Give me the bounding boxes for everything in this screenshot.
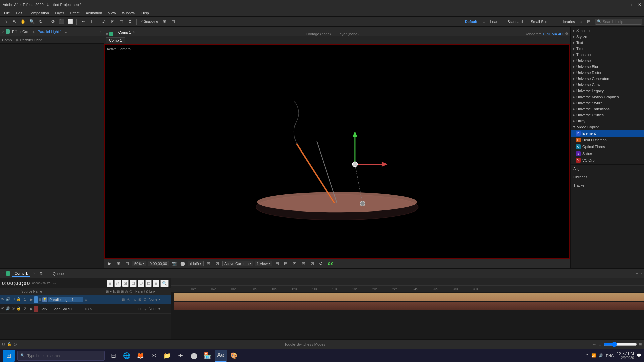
layer2-sw2[interactable]: ◎ — [143, 307, 147, 311]
layer2-sw1[interactable]: ⊟ — [137, 307, 142, 311]
effect-heat-distortion[interactable]: H Heat Distortion — [571, 137, 644, 143]
layer1-expand[interactable]: ▶ — [29, 298, 34, 301]
layer-row-1[interactable]: 👁 🔊 ☉ 🔒 1 ▶ ⊞ 💡 Parallel Light 1 ⊞ — [0, 295, 171, 304]
tl-parent-btn[interactable]: ⊞ — [107, 280, 113, 287]
layer1-vis[interactable]: 👁 — [0, 297, 5, 302]
tl-lock-btn[interactable]: ⊠ — [122, 280, 129, 287]
color-btn[interactable]: ⬤ — [179, 260, 186, 267]
align-label[interactable]: Align — [571, 165, 644, 173]
cat-universe-mg[interactable]: ▶ Universe Motion Graphics — [571, 94, 644, 100]
layer2-bar[interactable] — [174, 302, 644, 310]
taskbar-ae[interactable]: Ae — [215, 350, 227, 362]
search-input[interactable] — [595, 19, 642, 25]
eraser-tool[interactable]: ◻ — [118, 18, 125, 25]
home-btn[interactable]: ⌂ — [2, 18, 9, 25]
menu-window[interactable]: Window — [119, 10, 138, 16]
render-btn[interactable]: ⊟ — [274, 260, 281, 267]
layer2-audio[interactable]: 🔊 — [5, 306, 11, 312]
renderer-btn[interactable]: ⚙ — [565, 32, 568, 36]
workspace-standard[interactable]: Standard — [505, 19, 526, 24]
layer2-lock[interactable]: 🔒 — [16, 306, 21, 312]
layer-row-2[interactable]: 👁 🔊 ☉ 🔒 2 ▶ Dark Li...een Solid 1 ⊞ / fx — [0, 304, 171, 314]
tl-fx-btn[interactable]: fx — [145, 280, 152, 287]
cat-universe-util[interactable]: ▶ Universe Utilities — [571, 112, 644, 118]
workspace-small[interactable]: Small Screen — [528, 19, 555, 24]
layer1-audio[interactable]: 🔊 — [5, 297, 11, 302]
bc-zoom-out[interactable]: ⊟ — [598, 342, 601, 346]
3d-btn[interactable]: ⊡ — [291, 260, 299, 267]
pen-tool[interactable]: ✒ — [79, 18, 87, 25]
tracker-label[interactable]: Tracker — [571, 181, 644, 189]
cat-transition[interactable]: ▶ Transition — [571, 52, 644, 58]
workspace-libraries[interactable]: Libraries — [558, 19, 578, 24]
taskbar-store[interactable]: 🏪 — [201, 350, 213, 362]
taskbar-telegram[interactable]: ✈ — [174, 350, 186, 362]
layer1-sw3[interactable]: fx — [132, 298, 137, 301]
vc-safe-zones[interactable]: ⊞ — [115, 260, 122, 267]
layer1-parent[interactable]: None ▾ — [147, 297, 171, 302]
bc-expand[interactable]: ⊟ — [2, 342, 5, 346]
menu-composition[interactable]: Composition — [26, 10, 52, 16]
layer1-lock[interactable]: 🔒 — [16, 297, 21, 302]
cat-universe-legacy[interactable]: ▶ Universe Legacy — [571, 88, 644, 94]
workspace-settings[interactable]: ⊞ — [585, 18, 592, 25]
bc-solo[interactable]: ◎ — [14, 342, 17, 346]
libraries-label[interactable]: Libraries — [571, 173, 644, 181]
cat-utility[interactable]: ▶ Utility — [571, 118, 644, 124]
effect-controls-close[interactable]: × — [2, 29, 4, 34]
stats-btn[interactable]: ⊟ — [300, 260, 307, 267]
transparency-btn[interactable]: ⊟ — [205, 260, 212, 267]
hand-tool[interactable]: ✋ — [19, 18, 27, 25]
menu-effect[interactable]: Effect — [67, 10, 82, 16]
layer1-sw4[interactable]: ⊠ — [137, 298, 142, 301]
cat-stylize[interactable]: ▶ Stylize — [571, 34, 644, 40]
bc-lock[interactable]: 🔒 — [7, 342, 12, 346]
selection-tool[interactable]: ↖ — [11, 18, 18, 25]
clone-tool[interactable]: ⎘ — [109, 18, 116, 25]
camera-orbit[interactable]: ⟳ — [49, 18, 57, 25]
vc-grid[interactable]: ⊡ — [123, 260, 131, 267]
taskbar-extra[interactable]: 🎨 — [228, 350, 240, 362]
vc-type-btn[interactable]: ▶ — [106, 260, 113, 267]
menu-layer[interactable]: Layer — [52, 10, 67, 16]
workspace-learn[interactable]: Learn — [487, 19, 502, 24]
menu-edit[interactable]: Edit — [13, 10, 25, 16]
zoom-tool[interactable]: 🔍 — [28, 18, 36, 25]
effect-saber[interactable]: S Saber — [571, 150, 644, 157]
snapshot-btn[interactable]: 📷 — [170, 260, 178, 267]
tl-search[interactable]: 🔍 — [160, 280, 169, 287]
layer2-expand[interactable]: ▶ — [29, 307, 34, 311]
panel-expand[interactable]: » — [100, 29, 102, 34]
layer2-solo[interactable]: ☉ — [11, 306, 16, 312]
cat-universe-trans[interactable]: ▶ Universe Transitions — [571, 106, 644, 112]
bc-left[interactable]: ← — [593, 342, 596, 346]
brush-tool[interactable]: 🖌 — [100, 18, 108, 25]
cat-universe-gen[interactable]: ▶ Universe Generators — [571, 76, 644, 82]
layer1-3d[interactable]: ⊞ — [39, 298, 41, 301]
tl-quality-btn[interactable]: ⬡ — [138, 280, 144, 287]
tool3[interactable]: ⬛ — [58, 18, 65, 25]
bc-zoom-slider[interactable] — [603, 342, 637, 347]
comp-tab-1[interactable]: Comp 1 × — [115, 28, 139, 36]
snapping-btn[interactable]: ⊞ — [161, 18, 168, 25]
layer1-sw1[interactable]: ⊟ — [121, 298, 126, 301]
toggle-label[interactable]: Toggle Switches / Modes — [19, 342, 591, 346]
cat-universe[interactable]: ▶ Universe — [571, 58, 644, 64]
timeline-tab-close[interactable]: × — [33, 272, 35, 275]
taskbar-chrome[interactable]: ⬤ — [188, 350, 200, 362]
fast-prev[interactable]: ↺ — [317, 260, 325, 267]
timeline-tab-comp1[interactable]: Comp 1 — [12, 270, 31, 277]
effect-optical-flares[interactable]: O Optical Flares — [571, 143, 644, 150]
effect-vc-orb[interactable]: V VC Orb — [571, 157, 644, 164]
mask-btn[interactable]: ⊠ — [309, 260, 316, 267]
timeline-tab-render[interactable]: Render Queue — [37, 271, 66, 276]
bc-zoom-in[interactable]: ⊞ — [639, 342, 642, 346]
viewer[interactable]: Active Camera — [104, 44, 570, 259]
timeline-close[interactable]: × — [2, 272, 4, 275]
cat-universe-blur[interactable]: ▶ Universe Blur — [571, 64, 644, 70]
tl-solo-btn[interactable]: ◎ — [114, 280, 121, 287]
tab-close-all[interactable]: × — [106, 32, 108, 36]
cat-universe-glow[interactable]: ▶ Universe Glow — [571, 82, 644, 88]
snap-btn2[interactable]: ⊡ — [169, 18, 177, 25]
taskbar-search[interactable]: 🔍 Type here to search — [17, 351, 105, 361]
